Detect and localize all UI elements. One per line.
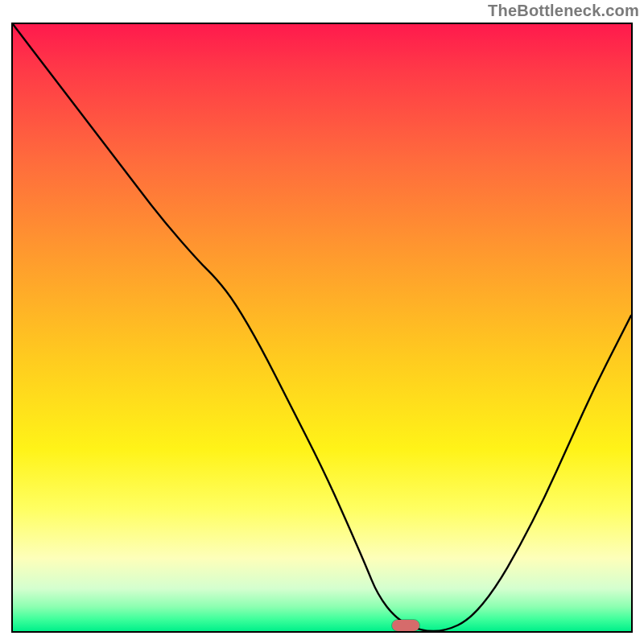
chart-container: TheBottleneck.com (0, 0, 644, 644)
curve-path (13, 24, 631, 631)
optimal-marker (392, 620, 419, 631)
attribution-text: TheBottleneck.com (488, 2, 639, 20)
bottleneck-curve (13, 24, 631, 631)
plot-area (11, 23, 633, 633)
